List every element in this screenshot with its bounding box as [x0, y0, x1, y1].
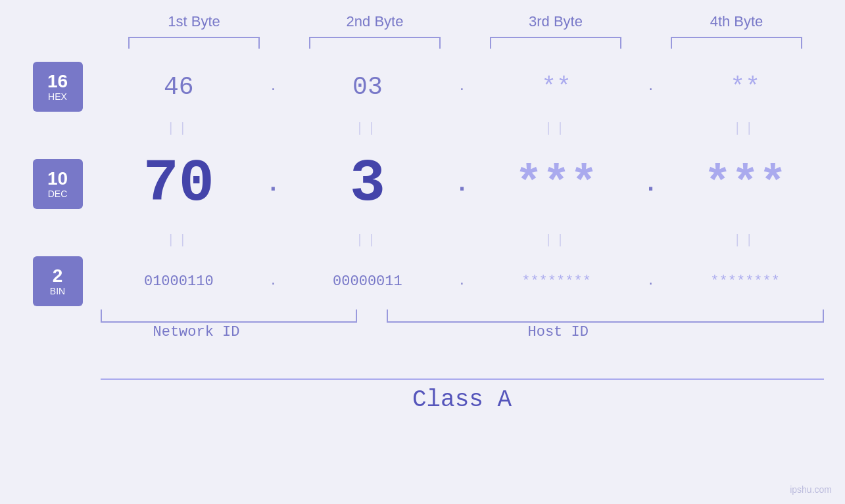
dec-b4: *** — [673, 158, 817, 210]
hex-b2: 03 — [295, 73, 440, 101]
eq2-b4: || — [673, 233, 817, 248]
byte-headers: 1st Byte 2nd Byte 3rd Byte 4th Byte — [104, 13, 827, 30]
dec-label-container: 10 DEC — [15, 159, 101, 209]
equals-row1: || || || || — [101, 112, 824, 145]
dec-dot3: . — [641, 171, 661, 198]
class-label: Class A — [101, 386, 824, 413]
host-bracket — [387, 309, 824, 323]
eq1-b2: || — [295, 121, 440, 136]
hex-row-group: 16 HEX 46 . 03 . ** . ** — [15, 62, 831, 112]
bracket-3 — [490, 37, 621, 49]
byte1-header: 1st Byte — [122, 13, 266, 30]
hex-b3: ** — [484, 73, 629, 101]
hex-values-row: 46 . 03 . ** . ** — [101, 62, 824, 112]
bin-badge-num: 2 — [53, 266, 63, 286]
hex-badge-base: HEX — [48, 91, 67, 102]
hex-label-container: 16 HEX — [15, 62, 101, 112]
bracket-2 — [309, 37, 441, 49]
hex-dot3: . — [641, 80, 661, 93]
eq1-b4: || — [673, 121, 817, 136]
hex-dot1: . — [263, 80, 283, 93]
dec-row-group: 10 DEC 70 . 3 . *** . *** — [15, 145, 831, 223]
equals-row2-group: || || || || — [15, 223, 831, 256]
bin-b3: ******** — [484, 273, 629, 290]
bin-b1: 01000110 — [107, 273, 251, 290]
bin-dot2: . — [452, 275, 471, 288]
dec-b2: 3 — [295, 150, 440, 218]
bin-dot3: . — [641, 275, 661, 288]
dec-values-row: 70 . 3 . *** . *** — [101, 145, 824, 223]
host-id-label: Host ID — [528, 324, 589, 340]
bracket-4 — [671, 37, 802, 49]
eq1-b1: || — [107, 121, 251, 136]
dec-badge-base: DEC — [48, 189, 68, 199]
byte4-header: 4th Byte — [664, 13, 809, 30]
eq2-b1: || — [107, 233, 251, 248]
main-container: 1st Byte 2nd Byte 3rd Byte 4th Byte 16 H… — [0, 0, 845, 504]
eq2-b2: || — [295, 233, 440, 248]
bracket-1 — [128, 37, 260, 49]
bin-b2: 00000011 — [295, 273, 440, 290]
bin-b4: ******** — [673, 273, 817, 290]
class-section: Class A — [101, 378, 824, 413]
eq2-b3: || — [484, 233, 629, 248]
hex-dot2: . — [452, 80, 471, 93]
dec-b1: 70 — [107, 150, 251, 218]
hex-b4: ** — [673, 73, 817, 101]
dec-b3: *** — [484, 158, 629, 210]
bin-badge: 2 BIN — [33, 256, 83, 306]
network-id-label: Network ID — [153, 324, 240, 340]
equals-row1-group: || || || || — [15, 112, 831, 145]
bottom-brackets-container: Network ID Host ID — [101, 309, 824, 355]
rows-with-labels: 16 HEX 46 . 03 . ** . ** — [15, 62, 831, 413]
hex-badge: 16 HEX — [33, 62, 83, 112]
bottom-brackets-group: Network ID Host ID — [15, 309, 831, 355]
top-brackets — [104, 37, 827, 49]
network-bracket — [101, 309, 357, 323]
dec-dot2: . — [452, 171, 471, 198]
hex-badge-num: 16 — [47, 72, 68, 92]
hex-b1: 46 — [107, 73, 251, 101]
byte2-header: 2nd Byte — [302, 13, 447, 30]
watermark: ipshu.com — [790, 484, 832, 495]
class-line — [101, 378, 824, 380]
class-row-group: Class A — [15, 359, 831, 413]
byte3-header: 3rd Byte — [483, 13, 628, 30]
bin-values-row: 01000110 . 00000011 . ******** . *******… — [101, 256, 824, 306]
equals-row2: || || || || — [101, 223, 824, 256]
bin-dot1: . — [263, 275, 283, 288]
eq1-b3: || — [484, 121, 629, 136]
bin-row-group: 2 BIN 01000110 . 00000011 . ******** . * — [15, 256, 831, 306]
dec-dot1: . — [263, 171, 283, 198]
dec-badge: 10 DEC — [33, 159, 83, 209]
bin-badge-base: BIN — [50, 286, 65, 296]
dec-badge-num: 10 — [47, 169, 68, 189]
bin-label-container: 2 BIN — [15, 256, 101, 306]
